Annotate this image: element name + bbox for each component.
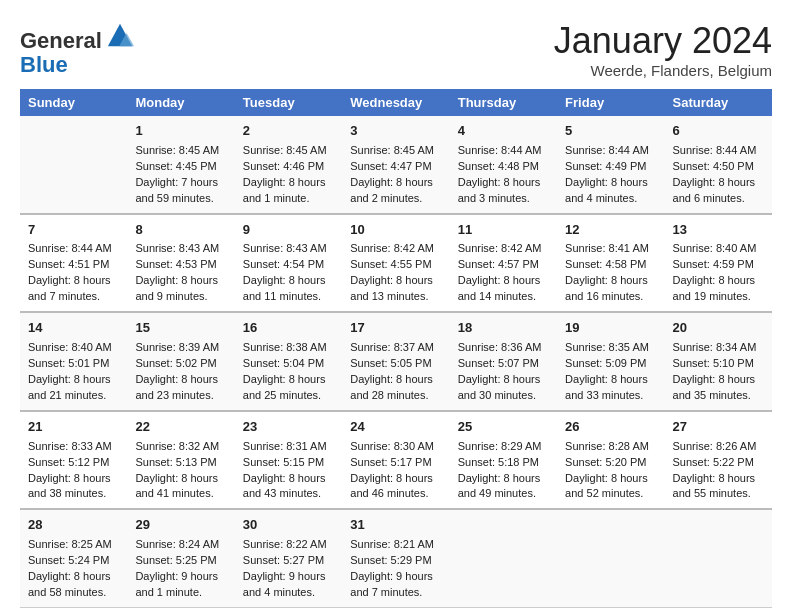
day-info-line: Sunrise: 8:41 AM: [565, 241, 656, 257]
day-info-line: Daylight: 8 hours: [673, 372, 764, 388]
day-info-line: Daylight: 8 hours: [243, 372, 334, 388]
day-info-line: Daylight: 8 hours: [458, 471, 549, 487]
calendar-cell: 24Sunrise: 8:30 AMSunset: 5:17 PMDayligh…: [342, 411, 449, 510]
day-number: 5: [565, 122, 656, 141]
day-info-line: Sunset: 4:49 PM: [565, 159, 656, 175]
day-info-line: and 14 minutes.: [458, 289, 549, 305]
day-number: 22: [135, 418, 226, 437]
day-info-line: Sunrise: 8:38 AM: [243, 340, 334, 356]
day-info-line: Daylight: 8 hours: [673, 273, 764, 289]
calendar-cell: 5Sunrise: 8:44 AMSunset: 4:49 PMDaylight…: [557, 116, 664, 214]
calendar-cell: 12Sunrise: 8:41 AMSunset: 4:58 PMDayligh…: [557, 214, 664, 313]
day-info-line: and 43 minutes.: [243, 486, 334, 502]
day-info-line: Sunset: 4:50 PM: [673, 159, 764, 175]
day-info-line: and 23 minutes.: [135, 388, 226, 404]
day-info-line: Sunset: 5:27 PM: [243, 553, 334, 569]
day-info-line: Sunrise: 8:28 AM: [565, 439, 656, 455]
day-number: 15: [135, 319, 226, 338]
day-info-line: Daylight: 9 hours: [243, 569, 334, 585]
day-info-line: Daylight: 8 hours: [243, 175, 334, 191]
day-info-line: Sunrise: 8:45 AM: [135, 143, 226, 159]
day-info-line: and 25 minutes.: [243, 388, 334, 404]
day-info-line: Daylight: 8 hours: [350, 372, 441, 388]
day-info-line: Daylight: 8 hours: [673, 175, 764, 191]
day-info-line: Daylight: 8 hours: [135, 372, 226, 388]
calendar-cell: 28Sunrise: 8:25 AMSunset: 5:24 PMDayligh…: [20, 509, 127, 607]
header-sunday: Sunday: [20, 89, 127, 116]
day-info-line: Daylight: 8 hours: [458, 372, 549, 388]
logo: General Blue: [20, 20, 134, 77]
calendar-cell: 21Sunrise: 8:33 AMSunset: 5:12 PMDayligh…: [20, 411, 127, 510]
day-info-line: Sunrise: 8:22 AM: [243, 537, 334, 553]
day-info-line: Sunrise: 8:44 AM: [28, 241, 119, 257]
day-info-line: Sunrise: 8:36 AM: [458, 340, 549, 356]
day-info-line: Sunrise: 8:45 AM: [350, 143, 441, 159]
calendar-cell: [20, 116, 127, 214]
day-info-line: Daylight: 8 hours: [565, 372, 656, 388]
day-number: 16: [243, 319, 334, 338]
day-number: 31: [350, 516, 441, 535]
header-saturday: Saturday: [665, 89, 772, 116]
day-number: 23: [243, 418, 334, 437]
calendar-week-row: 21Sunrise: 8:33 AMSunset: 5:12 PMDayligh…: [20, 411, 772, 510]
day-info-line: Sunset: 5:09 PM: [565, 356, 656, 372]
day-info-line: Sunset: 5:10 PM: [673, 356, 764, 372]
day-info-line: Sunrise: 8:21 AM: [350, 537, 441, 553]
calendar-header-row: SundayMondayTuesdayWednesdayThursdayFrid…: [20, 89, 772, 116]
day-info-line: Sunset: 5:18 PM: [458, 455, 549, 471]
logo-general-text: General: [20, 28, 102, 53]
day-info-line: Daylight: 8 hours: [28, 273, 119, 289]
day-info-line: and 35 minutes.: [673, 388, 764, 404]
day-info-line: and 6 minutes.: [673, 191, 764, 207]
day-info-line: Sunset: 5:02 PM: [135, 356, 226, 372]
day-info-line: Sunrise: 8:31 AM: [243, 439, 334, 455]
logo-icon: [106, 20, 134, 48]
day-info-line: Sunrise: 8:45 AM: [243, 143, 334, 159]
day-info-line: Sunrise: 8:39 AM: [135, 340, 226, 356]
day-number: 14: [28, 319, 119, 338]
day-number: 11: [458, 221, 549, 240]
day-info-line: Daylight: 8 hours: [565, 273, 656, 289]
day-info-line: Sunrise: 8:29 AM: [458, 439, 549, 455]
calendar-cell: 22Sunrise: 8:32 AMSunset: 5:13 PMDayligh…: [127, 411, 234, 510]
header-thursday: Thursday: [450, 89, 557, 116]
calendar-week-row: 7Sunrise: 8:44 AMSunset: 4:51 PMDaylight…: [20, 214, 772, 313]
day-number: 26: [565, 418, 656, 437]
day-info-line: Sunrise: 8:42 AM: [350, 241, 441, 257]
day-info-line: Sunset: 5:01 PM: [28, 356, 119, 372]
day-info-line: and 59 minutes.: [135, 191, 226, 207]
logo-blue-text: Blue: [20, 52, 68, 77]
calendar-cell: 1Sunrise: 8:45 AMSunset: 4:45 PMDaylight…: [127, 116, 234, 214]
day-info-line: and 1 minute.: [135, 585, 226, 601]
day-info-line: Daylight: 8 hours: [28, 471, 119, 487]
day-info-line: Daylight: 8 hours: [565, 175, 656, 191]
day-number: 1: [135, 122, 226, 141]
calendar-cell: 13Sunrise: 8:40 AMSunset: 4:59 PMDayligh…: [665, 214, 772, 313]
day-info-line: Daylight: 8 hours: [135, 273, 226, 289]
day-info-line: Sunrise: 8:44 AM: [673, 143, 764, 159]
day-info-line: Sunrise: 8:42 AM: [458, 241, 549, 257]
day-number: 19: [565, 319, 656, 338]
day-info-line: Daylight: 8 hours: [350, 273, 441, 289]
day-info-line: and 7 minutes.: [350, 585, 441, 601]
day-info-line: Daylight: 8 hours: [28, 569, 119, 585]
day-info-line: Sunset: 5:12 PM: [28, 455, 119, 471]
calendar-cell: 3Sunrise: 8:45 AMSunset: 4:47 PMDaylight…: [342, 116, 449, 214]
day-info-line: Sunrise: 8:40 AM: [28, 340, 119, 356]
day-info-line: and 30 minutes.: [458, 388, 549, 404]
calendar-cell: [665, 509, 772, 607]
calendar-cell: 27Sunrise: 8:26 AMSunset: 5:22 PMDayligh…: [665, 411, 772, 510]
day-info-line: Sunset: 5:22 PM: [673, 455, 764, 471]
calendar-cell: 18Sunrise: 8:36 AMSunset: 5:07 PMDayligh…: [450, 312, 557, 411]
day-info-line: Daylight: 8 hours: [243, 273, 334, 289]
day-info-line: Daylight: 8 hours: [565, 471, 656, 487]
day-info-line: Daylight: 9 hours: [350, 569, 441, 585]
calendar-cell: 8Sunrise: 8:43 AMSunset: 4:53 PMDaylight…: [127, 214, 234, 313]
day-info-line: and 13 minutes.: [350, 289, 441, 305]
day-info-line: and 2 minutes.: [350, 191, 441, 207]
day-info-line: and 52 minutes.: [565, 486, 656, 502]
day-info-line: and 4 minutes.: [565, 191, 656, 207]
calendar-week-row: 14Sunrise: 8:40 AMSunset: 5:01 PMDayligh…: [20, 312, 772, 411]
day-info-line: Sunset: 4:55 PM: [350, 257, 441, 273]
header-wednesday: Wednesday: [342, 89, 449, 116]
